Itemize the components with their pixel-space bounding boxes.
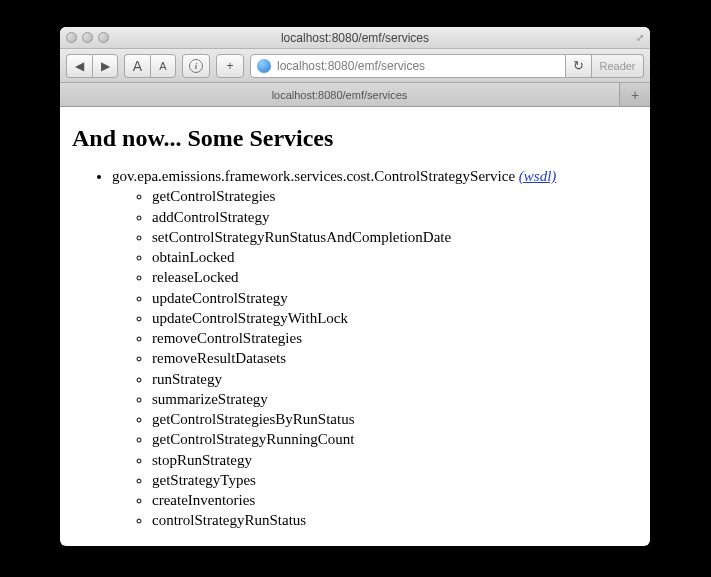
- url-text: localhost:8080/emf/services: [277, 59, 425, 73]
- method-item: removeControlStrategies: [152, 328, 638, 348]
- reload-icon: ↻: [573, 58, 584, 73]
- wsdl-link[interactable]: (wsdl): [519, 168, 557, 184]
- method-item: stopRunStrategy: [152, 450, 638, 470]
- info-button[interactable]: i: [182, 54, 210, 78]
- back-button[interactable]: ◀: [66, 54, 92, 78]
- info-icon: i: [189, 59, 203, 73]
- method-item: runStrategy: [152, 369, 638, 389]
- service-name: gov.epa.emissions.framework.services.cos…: [112, 168, 515, 184]
- method-item: removeResultDatasets: [152, 348, 638, 368]
- page-content: And now... Some Services gov.epa.emissio…: [60, 107, 650, 546]
- globe-icon: [257, 59, 271, 73]
- tab-active[interactable]: localhost:8080/emf/services: [60, 83, 620, 106]
- plus-icon: +: [226, 59, 233, 73]
- reader-button[interactable]: Reader: [592, 54, 644, 78]
- add-button[interactable]: +: [216, 54, 244, 78]
- toolbar: ◀ ▶ A A i + localhost:8080/emf/services …: [60, 49, 650, 83]
- tab-bar: localhost:8080/emf/services +: [60, 83, 650, 107]
- reload-button[interactable]: ↻: [566, 54, 592, 78]
- address-bar-wrap: localhost:8080/emf/services ↻ Reader: [250, 54, 644, 78]
- forward-button[interactable]: ▶: [92, 54, 118, 78]
- method-item: releaseLocked: [152, 267, 638, 287]
- titlebar: localhost:8080/emf/services ⤢: [60, 27, 650, 49]
- text-bigger-button[interactable]: A: [124, 54, 150, 78]
- method-item: obtainLocked: [152, 247, 638, 267]
- method-item: setControlStrategyRunStatusAndCompletion…: [152, 227, 638, 247]
- address-bar[interactable]: localhost:8080/emf/services: [250, 54, 566, 78]
- window-title: localhost:8080/emf/services: [60, 31, 650, 45]
- text-size-group: A A: [124, 54, 176, 78]
- method-item: controlStrategyRunStatus: [152, 510, 638, 530]
- method-item: getStrategyTypes: [152, 470, 638, 490]
- text-smaller-button[interactable]: A: [150, 54, 176, 78]
- zoom-button[interactable]: [98, 32, 109, 43]
- method-item: updateControlStrategy: [152, 288, 638, 308]
- browser-window: localhost:8080/emf/services ⤢ ◀ ▶ A A i …: [60, 27, 650, 546]
- arrow-left-icon: ◀: [75, 59, 84, 73]
- minimize-button[interactable]: [82, 32, 93, 43]
- method-item: addControlStrategy: [152, 207, 638, 227]
- service-entry: gov.epa.emissions.framework.services.cos…: [112, 166, 638, 531]
- method-item: updateControlStrategyWithLock: [152, 308, 638, 328]
- new-tab-button[interactable]: +: [620, 83, 650, 106]
- methods-list: getControlStrategiesaddControlStrategyse…: [112, 186, 638, 530]
- traffic-lights: [66, 32, 109, 43]
- fullscreen-icon[interactable]: ⤢: [636, 32, 644, 43]
- page-heading: And now... Some Services: [72, 125, 638, 152]
- nav-group: ◀ ▶: [66, 54, 118, 78]
- method-item: getControlStrategiesByRunStatus: [152, 409, 638, 429]
- method-item: createInventories: [152, 490, 638, 510]
- method-item: getControlStrategyRunningCount: [152, 429, 638, 449]
- close-button[interactable]: [66, 32, 77, 43]
- method-item: summarizeStrategy: [152, 389, 638, 409]
- plus-icon: +: [631, 87, 639, 103]
- arrow-right-icon: ▶: [101, 59, 110, 73]
- method-item: getControlStrategies: [152, 186, 638, 206]
